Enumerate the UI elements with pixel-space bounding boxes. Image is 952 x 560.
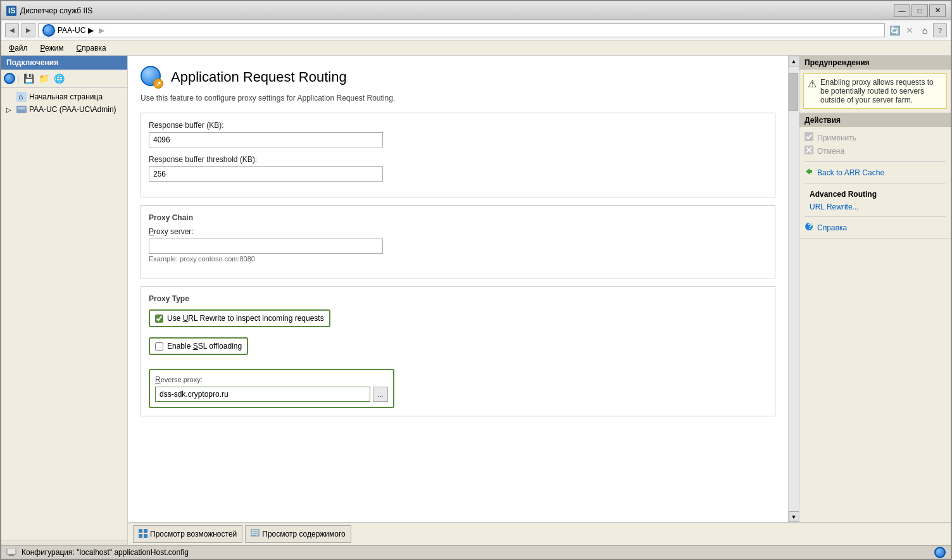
status-config-text: Конфигурация: "localhost" applicationHos… — [22, 548, 189, 557]
sidebar-tree: ⌂ Начальная страница ▷ PAA-UC (PAA-UC\Ad… — [1, 88, 127, 316]
minimize-button[interactable]: — — [894, 4, 910, 17]
response-threshold-input[interactable] — [149, 166, 383, 182]
advanced-routing-divider — [805, 183, 946, 184]
warning-icon: ⚠ — [808, 78, 817, 104]
tree-item-server[interactable]: ▷ PAA-UC (PAA-UC\Admin) — [4, 103, 125, 116]
ssl-offload-label[interactable]: Enable SSL offloading — [149, 337, 248, 355]
tree-item-home[interactable]: ⌂ Начальная страница — [4, 90, 125, 103]
url-rewrite-checkbox[interactable] — [155, 314, 163, 323]
response-buffer-group: Response buffer (KB): — [149, 121, 767, 147]
ssl-offload-row: Enable SSL offloading — [149, 337, 767, 360]
actions-divider — [805, 161, 946, 162]
svg-rect-6 — [805, 132, 813, 141]
sidebar-globe-icon — [4, 73, 15, 84]
window-title: Диспетчер служб IIS — [20, 6, 894, 15]
reverse-proxy-input-row: ... — [155, 387, 388, 402]
reverse-proxy-browse-btn[interactable]: ... — [373, 387, 388, 402]
cancel-icon — [805, 146, 813, 156]
svg-rect-14 — [144, 529, 147, 533]
sidebar-save-btn[interactable]: 💾 — [22, 72, 35, 85]
help-icon[interactable]: ? — [933, 23, 947, 37]
sidebar-toolbar: | 💾 📁 🌐 — [1, 70, 127, 88]
back-to-arr-action[interactable]: Back to ARR Cache — [805, 166, 946, 179]
back-to-arr-label: Back to ARR Cache — [817, 168, 884, 177]
scroll-track[interactable] — [789, 66, 799, 511]
statusbar: Конфигурация: "localhost" applicationHos… — [1, 545, 951, 559]
ssl-offload-checkbox[interactable] — [155, 342, 163, 351]
arr-icon: ↗ — [141, 66, 163, 89]
response-threshold-label: Response buffer threshold (KB): — [149, 155, 767, 164]
content-inner: ↗ Application Request Routing Use this f… — [128, 56, 951, 522]
page-header: ↗ Application Request Routing — [141, 66, 775, 89]
proxy-server-label: Proxy server: — [149, 227, 767, 236]
features-view-btn[interactable]: Просмотр возможностей — [133, 525, 242, 543]
reverse-proxy-group: Reverse proxy: ... — [149, 369, 394, 408]
menu-file[interactable]: Файл — [6, 42, 30, 54]
content-view-btn[interactable]: Просмотр содержимого — [245, 525, 351, 543]
back-button[interactable]: ◀ — [5, 23, 19, 37]
response-buffer-input[interactable] — [149, 132, 383, 147]
address-text: PAA-UC ▶ — [58, 26, 94, 35]
scroll-down-btn[interactable]: ▼ — [789, 511, 799, 522]
forward-button[interactable]: ▶ — [22, 23, 35, 37]
scroll-thumb[interactable] — [789, 73, 798, 111]
warning-text: Enabling proxy allows requests to be pot… — [820, 78, 943, 104]
back-to-arr-icon — [805, 167, 813, 178]
sidebar-header: Подключения — [1, 56, 127, 70]
menubar: Файл Режим Справка — [1, 40, 951, 56]
ssl-offload-text: Enable SSL offloading — [167, 342, 242, 351]
main-window: IS Диспетчер служб IIS — □ ✕ ◀ ▶ PAA-UC … — [0, 0, 952, 560]
tree-icon-home: ⌂ — [16, 92, 27, 102]
page-title-text: Application Request Routing — [171, 69, 347, 85]
page-subtitle: Use this feature to configure proxy sett… — [141, 94, 775, 103]
tree-expand-server[interactable]: ▷ — [6, 106, 14, 113]
sidebar-connect-btn[interactable]: 🌐 — [53, 72, 65, 85]
proxy-server-input[interactable] — [149, 239, 383, 254]
url-rewrite-action[interactable]: URL Rewrite... — [805, 201, 946, 213]
menu-help[interactable]: Справка — [74, 42, 109, 54]
warnings-header: Предупреждения — [799, 56, 951, 70]
cancel-label: Отмена — [817, 147, 844, 156]
reverse-proxy-input[interactable] — [155, 387, 370, 402]
help-action[interactable]: ? Справка — [805, 221, 946, 234]
url-rewrite-text: Use URL Rewrite to inspect incoming requ… — [167, 314, 324, 323]
window-controls: — □ ✕ — [894, 4, 946, 17]
svg-rect-21 — [7, 549, 16, 554]
status-icon — [6, 547, 16, 557]
refresh-icon[interactable]: 🔄 — [887, 23, 901, 37]
tree-icon-server — [16, 104, 27, 115]
reverse-proxy-label: Reverse proxy: — [155, 375, 388, 384]
main-layout: Подключения | 💾 📁 🌐 ⌂ Начал — [1, 56, 951, 545]
svg-text:?: ? — [808, 222, 812, 231]
buffer-section: Response buffer (KB): Response buffer th… — [141, 113, 775, 197]
home-icon[interactable]: ⌂ — [918, 23, 932, 37]
actions-section: Действия Применить — [799, 113, 951, 239]
maximize-button[interactable]: □ — [911, 4, 928, 17]
actions-list: Применить Отмена — [799, 127, 951, 238]
menu-mode[interactable]: Режим — [38, 42, 66, 54]
right-panel-spacer — [799, 239, 951, 522]
help-divider — [805, 216, 946, 217]
warnings-section: Предупреждения ⚠ Enabling proxy allows r… — [799, 56, 951, 113]
svg-rect-15 — [139, 534, 142, 538]
scroll-up-btn[interactable]: ▲ — [789, 56, 799, 66]
proxy-server-group: Proxy server: Example: proxy.contoso.com… — [149, 227, 767, 263]
proxy-chain-section: Proxy Chain Proxy server: Example: proxy… — [141, 205, 775, 278]
address-field[interactable]: PAA-UC ▶ ▶ — [38, 23, 885, 37]
url-rewrite-label[interactable]: Use URL Rewrite to inspect incoming requ… — [149, 309, 330, 327]
help-label: Справка — [817, 223, 847, 232]
svg-rect-13 — [139, 529, 142, 533]
stop-icon[interactable]: ✕ — [903, 23, 917, 37]
response-threshold-group: Response buffer threshold (KB): — [149, 155, 767, 182]
content-scrollbar: ▲ ▼ — [788, 56, 799, 522]
help-icon: ? — [805, 222, 813, 233]
content-btn-label: Просмотр содержимого — [262, 530, 345, 538]
proxy-type-title: Proxy Type — [149, 294, 767, 303]
url-rewrite-row: Use URL Rewrite to inspect incoming requ… — [149, 309, 767, 332]
tree-label-server: PAA-UC (PAA-UC\Admin) — [29, 105, 116, 114]
nav-icons: 🔄 ✕ ⌂ ? — [887, 23, 947, 37]
sidebar-folder-btn[interactable]: 📁 — [37, 72, 50, 85]
sidebar-resize-handle[interactable] — [1, 540, 127, 545]
titlebar: IS Диспетчер служб IIS — □ ✕ — [1, 1, 951, 20]
close-button[interactable]: ✕ — [929, 4, 946, 17]
